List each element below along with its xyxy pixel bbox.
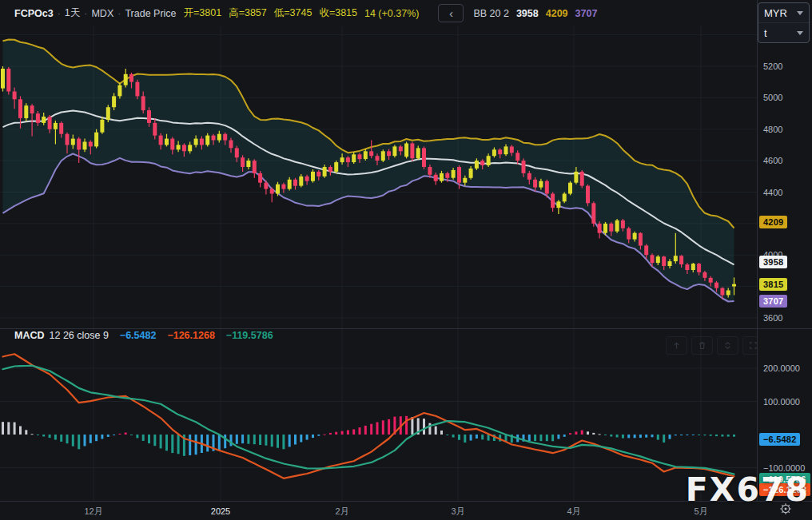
macd-badge: −6.5482	[759, 433, 800, 446]
gear-icon	[779, 502, 792, 515]
delete-pane-button[interactable]	[691, 336, 713, 355]
price-badge: 3707	[759, 295, 787, 308]
price-badge: 4209	[759, 216, 787, 228]
trash-icon	[697, 340, 707, 351]
unit-dropdown[interactable]: t	[758, 22, 809, 42]
time-tick-label: 12月	[84, 506, 102, 518]
pane-separator[interactable]	[0, 328, 812, 329]
interval-label[interactable]: 1天	[65, 6, 80, 20]
move-pane-up-button[interactable]	[666, 336, 687, 355]
price-chart[interactable]	[0, 26, 757, 328]
currency-value: MYR	[764, 7, 787, 19]
macd-line-value: −126.1268	[167, 330, 214, 341]
price-tick-label: 4600	[763, 156, 782, 165]
collapse-icon	[722, 340, 733, 351]
macd-pane-tools	[666, 336, 764, 355]
macd-tick-label: −100.0000	[763, 463, 805, 473]
bb-indicator-label[interactable]: BB 20 2	[473, 8, 508, 19]
chevron-down-icon	[797, 11, 803, 15]
ohlc-low-value: 低=3745	[274, 6, 312, 20]
price-badge: 3958	[759, 256, 787, 268]
macd-hist-value: −6.5482	[120, 330, 157, 341]
scale-settings-gear-button[interactable]	[779, 502, 792, 518]
time-tick-label: 2025	[211, 506, 230, 516]
chart-legend-toolbar: FCPOc3 · 1天 · MDX · Trade Price 开=3801 高…	[0, 0, 757, 26]
collapse-pane-button[interactable]	[717, 336, 738, 355]
change-value: 14 (+0.37%)	[364, 8, 419, 19]
symbol-name[interactable]: FCPOc3	[14, 8, 54, 19]
price-tick-label: 3600	[763, 313, 782, 323]
price-badge: 3815	[759, 278, 787, 291]
price-scale[interactable]: 5200500048004600440040003600200.0000100.…	[757, 0, 812, 520]
time-tick-label: 4月	[567, 506, 580, 518]
collapse-legend-button[interactable]: ‹	[438, 4, 464, 22]
separator-dot: ·	[58, 8, 61, 19]
macd-legend: MACD 12 26 close 9 −6.5482 −126.1268 −11…	[14, 330, 273, 341]
macd-chart[interactable]	[0, 328, 757, 501]
time-tick-label: 5月	[694, 506, 707, 518]
macd-tick-label: 200.0000	[763, 363, 800, 373]
ohlc-close-value: 收=3815	[319, 6, 357, 20]
time-scale[interactable]: 12月20252月3月4月5月	[0, 501, 812, 520]
macd-badge: −126.1268	[759, 483, 810, 496]
macd-signal-value: −119.5786	[226, 330, 273, 341]
ohlc-high-value: 高=3857	[229, 6, 267, 20]
scale-settings-panel: MYR t	[758, 2, 810, 43]
price-tick-label: 4400	[763, 188, 782, 197]
macd-title[interactable]: MACD	[14, 330, 45, 341]
time-tick-label: 3月	[451, 506, 464, 518]
arrow-up-icon	[671, 340, 682, 351]
time-tick-label: 2月	[335, 506, 348, 518]
series-type-label: Trade Price	[125, 8, 176, 19]
chevron-down-icon	[797, 31, 803, 35]
unit-value: t	[764, 27, 767, 39]
macd-tick-label: 100.0000	[763, 397, 800, 407]
price-tick-label: 5000	[763, 93, 782, 102]
bb-upper-value: 4209	[546, 8, 568, 19]
bb-lower-value: 3707	[575, 8, 598, 19]
ohlc-open-value: 开=3801	[184, 6, 222, 20]
separator-dot: ·	[117, 8, 121, 19]
price-tick-label: 4800	[763, 125, 782, 134]
macd-params: 12 26 close 9	[50, 330, 109, 341]
chart-app: FCPOc3 · 1天 · MDX · Trade Price 开=3801 高…	[0, 0, 812, 520]
price-tick-label: 5200	[763, 62, 782, 71]
separator-dot: ·	[84, 8, 87, 19]
exchange-label: MDX	[91, 8, 113, 19]
bb-basis-value: 3958	[516, 8, 539, 19]
currency-dropdown[interactable]: MYR	[758, 3, 809, 22]
